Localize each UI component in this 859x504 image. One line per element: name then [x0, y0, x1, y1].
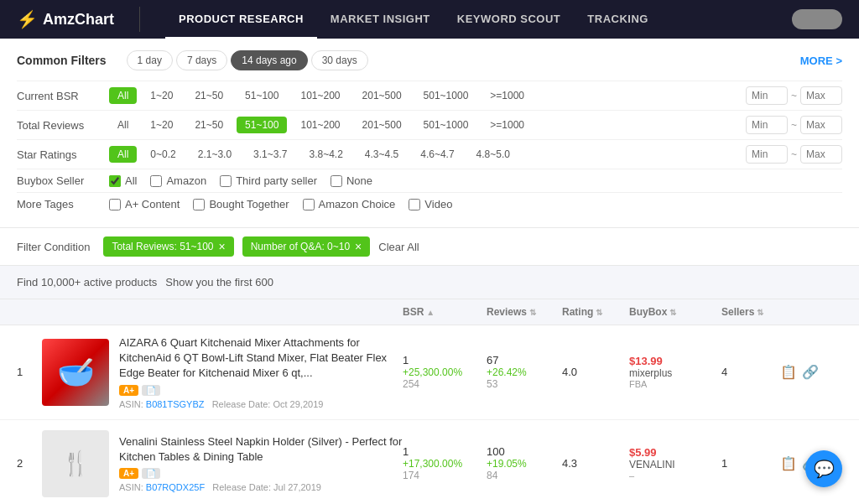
tag-amazon-choice[interactable]: Amazon Choice: [303, 198, 396, 210]
nav-market-insight[interactable]: MARKET INSIGHT: [317, 1, 444, 39]
filter-row-star: Star Ratings All 0~0.2 2.1~3.0 3.1~3.7 3…: [17, 139, 842, 169]
buybox-amazon[interactable]: Amazon: [150, 174, 206, 187]
star-min-input[interactable]: [746, 145, 788, 164]
condition-tag-reviews-close[interactable]: ×: [219, 240, 226, 253]
filter-row-reviews: Total Reviews All 1~20 21~50 51~100 101~…: [17, 110, 842, 139]
condition-tag-reviews: Total Reviews: 51~100 ×: [103, 236, 233, 257]
tag-video[interactable]: Video: [409, 198, 452, 210]
star-opt-3.8-4.2[interactable]: 3.8~4.2: [300, 146, 351, 163]
buybox-none[interactable]: None: [331, 174, 372, 187]
row1-asin-id[interactable]: B081TSGYBZ: [146, 399, 205, 409]
nav-keyword-scout[interactable]: KEYWORD SCOUT: [444, 1, 575, 39]
row2-copy-icon[interactable]: 📋: [780, 455, 797, 471]
row1-badge-aplus: A+: [119, 385, 138, 396]
row1-badge-doc: 📄: [142, 385, 160, 396]
star-opt-all[interactable]: All: [109, 146, 137, 163]
bsr-opt-501-1000[interactable]: 501~1000: [415, 87, 477, 104]
chat-button[interactable]: 💬: [805, 450, 842, 487]
reviews-min-input[interactable]: [746, 116, 788, 134]
tag-aplus[interactable]: A+ Content: [109, 198, 180, 210]
row1-release: Oct 29,2019: [273, 399, 323, 409]
reviews-opt-101-200[interactable]: 101~200: [292, 117, 348, 133]
time-7days[interactable]: 7 days: [176, 50, 227, 70]
row2-name[interactable]: Venalini Stainless Steel Napkin Holder (…: [119, 434, 403, 465]
reviews-opt-51-100[interactable]: 51~100: [237, 117, 287, 133]
bsr-min-input[interactable]: [746, 86, 788, 105]
th-buybox[interactable]: BuyBox ⇅: [629, 306, 721, 318]
tag-bought-together[interactable]: Bought Together: [193, 198, 289, 210]
th-rating[interactable]: Rating ⇅: [562, 306, 629, 318]
more-link[interactable]: MORE >: [800, 55, 842, 67]
tag-video-checkbox[interactable]: [409, 199, 420, 210]
reviews-max-input[interactable]: [800, 116, 842, 134]
buybox-amazon-checkbox[interactable]: [150, 175, 162, 187]
reviews-opt-201-500[interactable]: 201~500: [354, 117, 410, 133]
row1-rating: 4.0: [562, 366, 629, 378]
th-sellers[interactable]: Sellers ⇅: [721, 306, 780, 318]
row2-rank-num: 2: [17, 457, 23, 470]
main-nav: PRODUCT RESEARCH MARKET INSIGHT KEYWORD …: [165, 1, 662, 39]
filter-row-tags: More Tages A+ Content Bought Together Am…: [17, 192, 842, 216]
star-opt-4.8-5.0[interactable]: 4.8~5.0: [468, 146, 518, 163]
tag-video-label: Video: [424, 198, 452, 210]
time-14days[interactable]: 14 days ago: [231, 50, 307, 70]
th-reviews[interactable]: Reviews ⇅: [487, 306, 562, 318]
star-opt-2.1-3.0[interactable]: 2.1~3.0: [190, 146, 240, 163]
th-bsr[interactable]: BSR ▲: [403, 306, 487, 318]
reviews-opt-21-50[interactable]: 21~50: [186, 117, 232, 133]
avatar[interactable]: [792, 9, 842, 29]
buybox-sort-icon: ⇅: [669, 308, 676, 317]
star-opt-4.3-4.5[interactable]: 4.3~4.5: [357, 146, 407, 163]
tag-amazon-choice-checkbox[interactable]: [303, 199, 315, 210]
time-1day[interactable]: 1 day: [127, 50, 173, 70]
reviews-opt-1-20[interactable]: 1~20: [142, 117, 181, 133]
bsr-opt-all[interactable]: All: [109, 87, 137, 104]
filter-condition-bar: Filter Condition Total Reviews: 51~100 ×…: [0, 228, 859, 266]
row1-fba: FBA: [629, 379, 721, 389]
row1-link-icon[interactable]: 🔗: [802, 364, 819, 380]
reviews-range: ~: [746, 116, 842, 134]
th-buybox-label: BuyBox: [629, 306, 667, 318]
row1-rating-val: 4.0: [562, 366, 577, 378]
clear-all-button[interactable]: Clear All: [378, 241, 419, 253]
row2-asin-id[interactable]: B07RQDX25F: [146, 482, 205, 492]
sellers-sort-icon: ⇅: [757, 308, 763, 317]
row2-image[interactable]: 🍴: [42, 430, 109, 497]
tag-aplus-checkbox[interactable]: [109, 199, 121, 210]
bsr-max-input[interactable]: [800, 86, 842, 105]
buybox-all[interactable]: All: [109, 174, 137, 187]
buybox-all-checkbox[interactable]: [109, 175, 121, 187]
buybox-third-party[interactable]: Third party seller: [220, 174, 317, 187]
condition-tag-qa-close[interactable]: ×: [355, 240, 362, 253]
star-options: All 0~0.2 2.1~3.0 3.1~3.7 3.8~4.2 4.3~4.…: [109, 146, 737, 163]
bsr-opt-21-50[interactable]: 21~50: [186, 87, 232, 104]
row1-seller: mixerplus: [629, 367, 721, 379]
buybox-none-checkbox[interactable]: [331, 175, 342, 187]
row2-seller: VENALINI: [629, 459, 721, 470]
star-opt-4.6-4.7[interactable]: 4.6~4.7: [412, 146, 462, 163]
bsr-opt-1-20[interactable]: 1~20: [142, 87, 181, 104]
row1-copy-icon[interactable]: 📋: [780, 364, 797, 380]
star-max-input[interactable]: [800, 145, 842, 164]
nav-tracking[interactable]: TRACKING: [574, 1, 662, 39]
reviews-opt-gte1000[interactable]: >=1000: [482, 117, 533, 133]
row1-image[interactable]: 🥣: [42, 339, 109, 406]
tag-bought-together-checkbox[interactable]: [193, 199, 205, 210]
row2-fba: –: [629, 470, 721, 481]
bsr-opt-gte1000[interactable]: >=1000: [482, 87, 533, 104]
row1-reviews-count: 67: [487, 354, 562, 366]
nav-product-research[interactable]: PRODUCT RESEARCH: [165, 1, 317, 39]
reviews-opt-all[interactable]: All: [109, 117, 137, 133]
tag-aplus-label: A+ Content: [125, 198, 180, 210]
bsr-opt-51-100[interactable]: 51~100: [237, 87, 287, 104]
row1-name[interactable]: AIZARA 6 Quart Kitchenaid Mixer Attachme…: [119, 335, 403, 382]
row1-sellers: 4: [721, 366, 780, 378]
star-opt-0-0.2[interactable]: 0~0.2: [142, 146, 184, 163]
reviews-opt-501-1000[interactable]: 501~1000: [415, 117, 477, 133]
star-opt-3.1-3.7[interactable]: 3.1~3.7: [245, 146, 295, 163]
time-30days[interactable]: 30 days: [311, 50, 368, 70]
bsr-opt-201-500[interactable]: 201~500: [354, 87, 410, 104]
buybox-third-party-checkbox[interactable]: [220, 175, 232, 187]
bsr-opt-101-200[interactable]: 101~200: [292, 87, 348, 104]
row1-rank-num: 1: [17, 366, 23, 378]
